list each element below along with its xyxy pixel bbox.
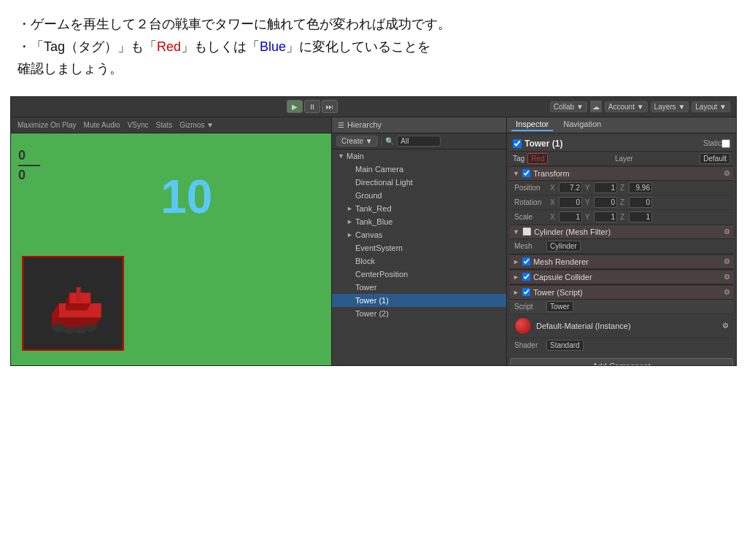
scale-y-field: Y	[585, 211, 617, 222]
mesh-renderer-comp: ► Mesh Renderer ⚙	[510, 254, 733, 269]
transform-header[interactable]: ▼ Transform ⚙	[510, 166, 733, 181]
transform-arrow: ▼	[513, 170, 519, 177]
scale-x-field: X	[550, 211, 582, 222]
hier-item-tank-red[interactable]: ► Tank_Red	[332, 202, 506, 215]
tower-script-header[interactable]: ► Tower (Script) ⚙	[510, 285, 733, 300]
hier-item-main-camera[interactable]: Main Camera	[332, 163, 506, 176]
game-view: Maximize On Play Mute Audio VSync Stats …	[11, 117, 332, 365]
position-z-input[interactable]	[629, 182, 652, 193]
game-toolbar: Maximize On Play Mute Audio VSync Stats …	[11, 117, 331, 133]
position-y-input[interactable]	[594, 182, 617, 193]
scale-z-input[interactable]	[629, 211, 652, 222]
cylinder-filter-header[interactable]: ▼ ⬜ Cylinder (Mesh Filter) ⚙	[510, 225, 733, 239]
cylinder-filter-controls: ⚙	[724, 228, 730, 236]
rotation-x-input[interactable]	[559, 197, 582, 208]
static-checkbox[interactable]	[721, 139, 730, 148]
big-score: 10	[160, 170, 212, 224]
material-name: Default-Material (Instance)	[536, 322, 715, 330]
layout-dropdown[interactable]: Layout ▼	[692, 101, 730, 112]
play-button[interactable]: ▶	[287, 100, 303, 113]
tab-inspector[interactable]: Inspector	[511, 118, 553, 131]
mesh-renderer-gear-icon[interactable]: ⚙	[724, 257, 730, 265]
hier-item-tank-blue[interactable]: ► Tank_Blue	[332, 215, 506, 228]
hier-item-tower[interactable]: Tower	[332, 281, 506, 294]
hier-item-canvas[interactable]: ► Canvas	[332, 228, 506, 241]
scale-y-input[interactable]	[594, 211, 617, 222]
mesh-field: Cylinder	[546, 241, 581, 252]
cylinder-filter-gear-icon[interactable]: ⚙	[724, 228, 730, 236]
material-row: Default-Material (Instance) ⚙	[510, 314, 733, 338]
script-field: Tower	[546, 301, 573, 312]
arrow-main: ▼	[338, 152, 347, 160]
vsync[interactable]: VSync	[125, 120, 151, 130]
rotation-z-field: Z	[620, 197, 652, 208]
cloud-icon[interactable]: ☁	[590, 101, 602, 112]
score-bottom: 0	[18, 168, 40, 183]
rotation-label: Rotation	[514, 198, 547, 206]
pause-button[interactable]: ⏸	[304, 100, 320, 113]
tab-navigation[interactable]: Navigation	[559, 118, 605, 131]
hierarchy-search[interactable]: All	[397, 136, 441, 147]
collab-dropdown[interactable]: Collab ▼	[550, 101, 587, 112]
game-canvas: 0 0 10	[11, 133, 331, 365]
blue-tag-text: Blue	[260, 39, 286, 54]
hierarchy-icon: ☰	[338, 121, 344, 129]
score-divider	[18, 165, 40, 166]
hier-item-directional-light[interactable]: Directional Light	[332, 176, 506, 189]
hier-item-eventsystem[interactable]: EventSystem	[332, 241, 506, 254]
position-x-field: X	[550, 182, 582, 193]
mute-audio[interactable]: Mute Audio	[82, 120, 123, 130]
inspector-panel: Inspector Navigation Tower (1) Static Ta…	[507, 117, 736, 365]
mesh-renderer-checkbox[interactable]	[522, 257, 530, 265]
maximize-on-play[interactable]: Maximize On Play	[15, 120, 79, 130]
svg-rect-7	[77, 287, 81, 300]
position-x-input[interactable]	[559, 182, 582, 193]
tag-label: Tag	[513, 155, 525, 163]
hierarchy-list: ▼ Main Main Camera Directional Light Gro…	[332, 149, 506, 365]
hier-item-centerposition[interactable]: CenterPosition	[332, 268, 506, 281]
capsule-collider-header[interactable]: ► Capsule Collider ⚙	[510, 270, 733, 284]
tank-svg	[23, 257, 123, 349]
add-component-button[interactable]: Add Component	[510, 358, 733, 365]
transform-controls: ⚙	[724, 169, 730, 177]
transform-checkbox[interactable]	[522, 169, 530, 177]
capsule-collider-comp: ► Capsule Collider ⚙	[510, 269, 733, 284]
scale-label: Scale	[514, 213, 547, 221]
hierarchy-header: ☰ Hierarchy	[332, 117, 506, 133]
account-dropdown[interactable]: Account ▼	[605, 101, 648, 112]
active-checkbox[interactable]	[513, 139, 522, 148]
tower-script-comp: ► Tower (Script) ⚙ Script Tower	[510, 284, 733, 314]
hier-item-main[interactable]: ▼ Main	[332, 149, 506, 163]
stats[interactable]: Stats	[154, 120, 175, 130]
rotation-y-field: Y	[585, 197, 617, 208]
hier-item-block[interactable]: Block	[332, 254, 506, 268]
scale-row: Scale X Y Z	[510, 210, 733, 225]
mesh-label: Mesh	[514, 242, 543, 250]
hier-item-tower-2[interactable]: Tower (2)	[332, 307, 506, 320]
step-button[interactable]: ⏭	[322, 100, 338, 113]
create-button[interactable]: Create ▼	[336, 136, 378, 147]
layer-dropdown[interactable]: Default	[700, 153, 730, 164]
svg-marker-4	[66, 303, 90, 311]
rotation-z-input[interactable]	[629, 197, 652, 208]
hier-item-tower-1[interactable]: Tower (1)	[332, 294, 506, 307]
capsule-collider-gear-icon[interactable]: ⚙	[724, 273, 730, 281]
layers-dropdown[interactable]: Layers ▼	[651, 101, 689, 112]
mesh-renderer-header[interactable]: ► Mesh Renderer ⚙	[510, 254, 733, 269]
gizmos-dropdown[interactable]: Gizmos ▼	[177, 120, 216, 130]
scale-x-input[interactable]	[559, 211, 582, 222]
toolbar-right: Collab ▼ ☁ Account ▼ Layers ▼ Layout ▼	[550, 101, 730, 112]
position-label: Position	[514, 184, 547, 192]
hier-item-ground[interactable]: Ground	[332, 189, 506, 202]
hierarchy-panel: ☰ Hierarchy Create ▼ | 🔍 All ▼ Main Main…	[332, 117, 507, 365]
tag-dropdown[interactable]: Red	[527, 153, 548, 164]
tower-script-checkbox[interactable]	[522, 288, 530, 296]
transform-gear-icon[interactable]: ⚙	[724, 169, 730, 177]
tower-script-gear-icon[interactable]: ⚙	[724, 288, 730, 296]
capsule-collider-checkbox[interactable]	[522, 273, 530, 281]
score-display: 0 0	[18, 148, 40, 183]
inspector-content: Tower (1) Static Tag Red Layer Default ▼…	[507, 133, 736, 365]
material-gear-icon[interactable]: ⚙	[722, 322, 729, 330]
static-label: Static	[703, 139, 721, 147]
rotation-y-input[interactable]	[594, 197, 617, 208]
